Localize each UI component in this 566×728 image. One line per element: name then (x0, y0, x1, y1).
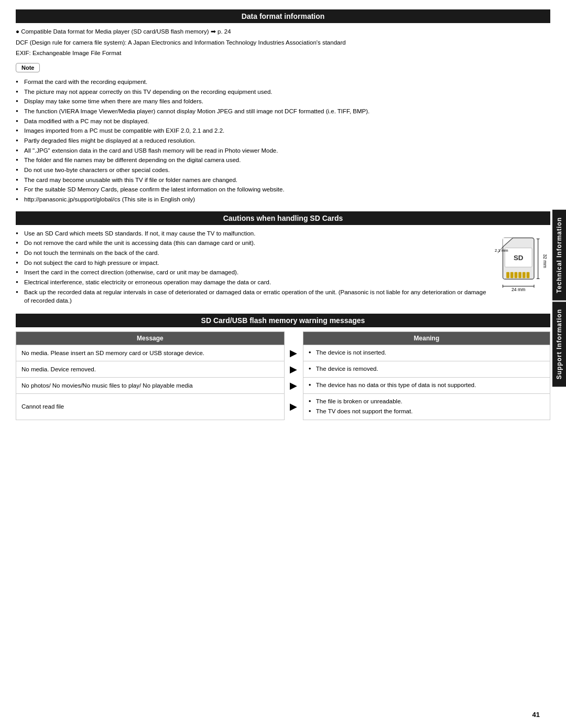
meaning-item: The device is removed. (309, 365, 545, 373)
caution-item: Do not subject the card to high pressure… (16, 259, 487, 267)
caution-item: Electrical interference, static electric… (16, 278, 487, 287)
bullet-item: http://panasonic.jp/support/global/cs (T… (16, 195, 550, 204)
bullet-item: The picture may not appear correctly on … (16, 88, 550, 97)
intro-line-3: EXIF: Exchangeable Image File Format (16, 49, 550, 58)
col-message-header: Message (16, 332, 285, 345)
message-cell: No media. Please insert an SD memory car… (16, 345, 285, 361)
bullet-item: The card may become unusable with this T… (16, 176, 550, 185)
side-tab-technical: Technical Information (552, 210, 566, 301)
svg-rect-8 (518, 272, 521, 279)
meaning-item: The file is broken or unreadable. (309, 397, 545, 405)
bullet-item: Format the card with the recording equip… (16, 78, 550, 87)
warning-table: Message Meaning No media. Please insert … (16, 331, 550, 420)
arrow-header-spacer (284, 332, 303, 345)
meaning-cell: The file is broken or unreadable. The TV… (303, 394, 550, 420)
cautions-bullets: Use an SD Card which meets SD standards.… (16, 229, 487, 306)
message-cell: No media. Device removed. (16, 361, 285, 378)
svg-text:2.1 mm: 2.1 mm (495, 248, 508, 253)
caution-item: Back up the recorded data at regular int… (16, 288, 487, 305)
page-number: 41 (532, 711, 540, 719)
meaning-item: The device is not inserted. (309, 348, 545, 357)
arrow-icon: ▶ (284, 361, 303, 378)
bullet-item: Display may take some time when there ar… (16, 97, 550, 106)
svg-text:SD: SD (514, 254, 524, 262)
arrow-icon: ▶ (284, 345, 303, 361)
table-row: Cannot read file ▶ The file is broken or… (16, 394, 550, 420)
meaning-cell: The device is not inserted. (303, 345, 550, 361)
svg-text:24 mm: 24 mm (511, 287, 525, 292)
intro-line-2: DCF (Design rule for camera file system)… (16, 38, 550, 47)
table-row: No photos/ No movies/No music files to p… (16, 378, 550, 394)
sd-card-svg: SD 32 mm 2.1 mm (493, 232, 550, 295)
svg-rect-10 (527, 272, 530, 279)
bullet-item: All ".JPG" extension data in the card an… (16, 146, 550, 155)
data-format-header: Data format information (16, 9, 550, 23)
svg-rect-5 (506, 272, 509, 279)
table-row: No media. Device removed. ▶ The device i… (16, 361, 550, 378)
cautions-header: Cautions when handling SD Cards (16, 211, 550, 225)
side-tab-support: Support Information (552, 302, 566, 387)
note-label: Note (16, 63, 40, 72)
message-cell: Cannot read file (16, 394, 285, 420)
svg-text:32 mm: 32 mm (542, 254, 548, 267)
bullet-item: Data modified with a PC may not be displ… (16, 117, 550, 126)
warning-messages-section: SD Card/USB flash memory warning message… (16, 314, 550, 420)
meaning-cell: The device is removed. (303, 361, 550, 378)
svg-rect-7 (515, 272, 518, 279)
cautions-section: Cautions when handling SD Cards Use an S… (16, 211, 550, 306)
caution-item: Do not touch the terminals on the back o… (16, 249, 487, 258)
bullet-item: The folder and file names may be differe… (16, 156, 550, 165)
bullet-item: The function (VIERA Image Viewer/Media p… (16, 107, 550, 116)
meaning-item: The device has no data or this type of d… (309, 381, 545, 389)
arrow-icon: ▶ (284, 378, 303, 394)
bullet-item: Do not use two-byte characters or other … (16, 166, 550, 175)
intro-line-1: ● Compatible Data format for Media playe… (16, 27, 550, 36)
svg-rect-6 (510, 272, 514, 279)
data-format-bullets: Format the card with the recording equip… (16, 78, 550, 204)
bullet-item: Partly degraded files might be displayed… (16, 136, 550, 145)
arrow-icon: ▶ (284, 394, 303, 420)
bullet-item: For the suitable SD Memory Cards, please… (16, 185, 550, 194)
caution-item: Do not remove the card while the unit is… (16, 239, 487, 248)
svg-rect-9 (523, 272, 526, 279)
meaning-item: The TV does not support the format. (309, 407, 545, 415)
caution-item: Insert the card in the correct direction… (16, 268, 487, 277)
message-cell: No photos/ No movies/No music files to p… (16, 378, 285, 394)
cautions-layout: Use an SD Card which meets SD standards.… (16, 229, 550, 306)
bullet-item: Images imported from a PC must be compat… (16, 126, 550, 135)
sd-card-diagram: SD 32 mm 2.1 mm (493, 232, 550, 296)
side-tabs-container: Technical Information Support Informatio… (552, 210, 566, 387)
intro-block: ● Compatible Data format for Media playe… (16, 27, 550, 58)
data-format-section: Data format information ● Compatible Dat… (16, 9, 550, 204)
caution-item: Use an SD Card which meets SD standards.… (16, 229, 487, 238)
table-row: No media. Please insert an SD memory car… (16, 345, 550, 361)
warning-messages-header: SD Card/USB flash memory warning message… (16, 314, 550, 327)
meaning-cell: The device has no data or this type of d… (303, 378, 550, 394)
col-meaning-header: Meaning (303, 332, 550, 345)
